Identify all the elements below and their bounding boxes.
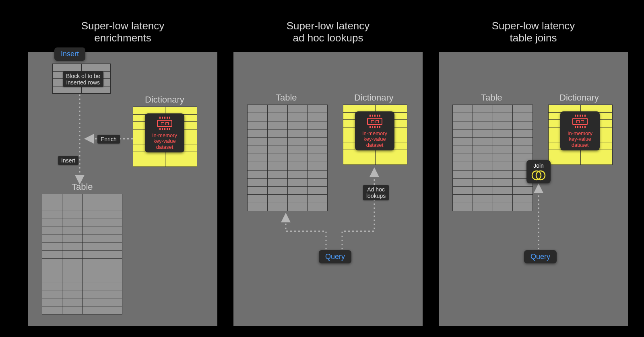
table-grid [42,194,122,314]
memory-chip-icon: In-memorykey-valuedataset [145,113,184,152]
table-label: Table [276,92,297,103]
venn-icon [530,170,547,181]
table-grid [247,105,328,211]
join-icon: Join [526,160,551,183]
table-label: Table [481,92,502,103]
memory-chip-icon: In-memorykey-valuedataset [560,111,600,150]
dictionary-label: Dictionary [354,92,394,103]
panel-joins: Table Dictionary In-memorykey-valuedatas… [439,52,628,326]
panel-title: Super-low latencyenrichments [28,20,217,44]
block-caption: Block of to be inserted rows [63,72,103,87]
panel-title: Super-low latencyad hoc lookups [233,20,423,44]
memory-chip-icon: In-memorykey-valuedataset [355,111,394,150]
table-label: Table [72,182,93,192]
enrich-label: Enrich [97,135,120,144]
query-button: Query [319,250,351,263]
adhoc-label: Ad hoclookups [363,185,389,200]
table-grid [452,105,533,211]
panel-title: Super-low latencytable joins [439,20,628,44]
dictionary-label: Dictionary [559,92,599,103]
query-button: Query [524,250,557,263]
insert-button: Insert [54,47,85,61]
insert-small-label: Insert [58,156,78,165]
panel-enrichments: Block of to be inserted rows Insert Enri… [28,52,217,326]
panel-adhoc: Table Dictionary In-memorykey-valuedatas… [233,52,423,326]
dictionary-label: Dictionary [145,95,184,105]
